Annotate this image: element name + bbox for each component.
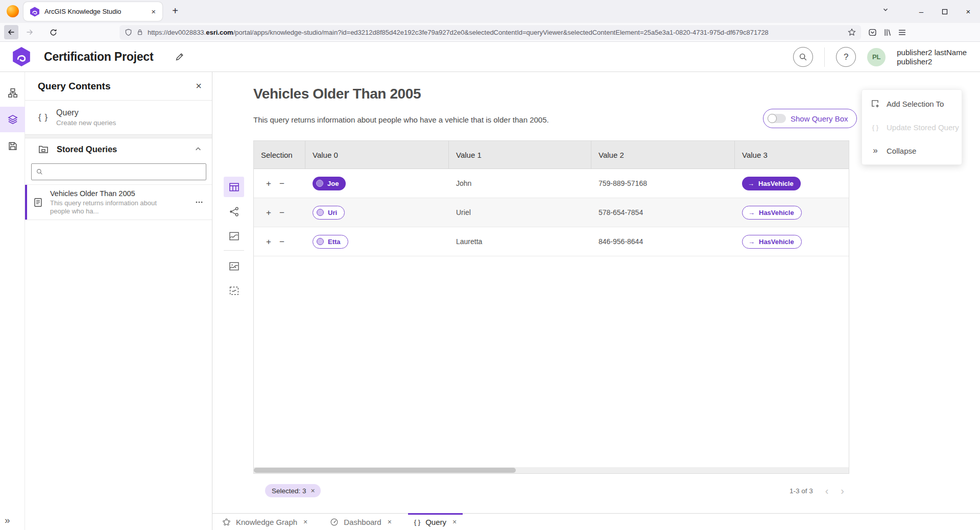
edit-title-button[interactable] [175, 52, 184, 62]
clear-selection-icon[interactable]: × [311, 487, 315, 495]
sidebar-item-save[interactable] [0, 133, 25, 159]
tab-query[interactable]: { } Query × [412, 514, 459, 530]
table-empty-area [254, 256, 849, 467]
entity-pill[interactable]: Etta [313, 235, 348, 249]
arcgis-knowledge-favicon [30, 7, 40, 17]
new-query-item[interactable]: { } Query Create new queries [25, 101, 212, 134]
table-row: + − Joe John 759-889-57168 →HasVehicle [254, 169, 849, 198]
tab-dashboard[interactable]: Dashboard × [328, 514, 394, 530]
new-tab-button[interactable]: + [169, 5, 182, 17]
app-header-right: ? PL publisher2 lastName publisher2 [793, 42, 967, 72]
tab-close-icon[interactable]: × [150, 7, 157, 16]
horizontal-scrollbar [254, 467, 849, 473]
firefox-icon[interactable] [7, 5, 19, 17]
map-view-button[interactable] [224, 226, 244, 246]
table-view-button[interactable] [224, 177, 244, 197]
lock-icon[interactable] [136, 29, 144, 36]
dashboard-gauge-icon [330, 518, 339, 526]
remove-from-selection-button[interactable]: − [279, 208, 284, 217]
page-description: This query returns information about peo… [253, 115, 549, 124]
scrollbar-thumb[interactable] [254, 468, 516, 473]
map-icon [229, 231, 240, 242]
menu-item-add-selection-to[interactable]: Add Selection To [862, 92, 962, 115]
next-page-button[interactable]: › [841, 486, 844, 496]
window-minimize-button[interactable]: – [910, 0, 933, 23]
add-to-selection-button[interactable]: + [266, 237, 271, 246]
stored-queries-header[interactable]: Stored Queries [25, 138, 212, 160]
reload-button[interactable] [46, 25, 60, 39]
add-to-selection-button[interactable]: + [266, 208, 271, 217]
toggle-knob [768, 114, 777, 123]
tab-knowledge-graph[interactable]: Knowledge Graph × [220, 514, 309, 530]
selected-count-chip[interactable]: Selected: 3 × [265, 484, 321, 497]
hierarchy-icon [8, 88, 18, 98]
panel-close-button[interactable]: × [196, 80, 202, 92]
browser-navbar: https://dev0028833.esri.com/portal/apps/… [0, 23, 980, 42]
selected-count-label: Selected: 3 [272, 487, 306, 495]
results-table: Selection Value 0 Value 1 Value 2 Value … [253, 140, 849, 474]
tab-list-chevron-icon[interactable] [882, 6, 889, 13]
library-icon[interactable] [883, 28, 892, 37]
avatar[interactable]: PL [867, 48, 886, 66]
cell-value1: Uriel [449, 198, 591, 227]
navbar-right-icons [868, 28, 906, 37]
url-domain: esri.com [206, 29, 233, 36]
entity-dot-icon [316, 180, 323, 187]
bookmark-star-icon[interactable] [848, 28, 856, 36]
window-maximize-button[interactable] [933, 0, 957, 23]
url-bar[interactable]: https://dev0028833.esri.com/portal/apps/… [119, 25, 861, 40]
search-icon [36, 168, 43, 176]
toggle-switch[interactable] [768, 114, 786, 123]
entity-pill[interactable]: Uri [313, 206, 345, 220]
user-info[interactable]: publisher2 lastName publisher2 [897, 48, 967, 66]
arrow-right-icon: → [748, 180, 754, 187]
new-map-button[interactable] [224, 256, 244, 276]
forward-button[interactable] [22, 25, 37, 39]
pocket-icon[interactable] [868, 28, 877, 37]
remove-from-selection-button[interactable]: − [279, 179, 284, 188]
browser-tab[interactable]: ArcGIS Knowledge Studio × [23, 2, 162, 21]
remove-from-selection-button[interactable]: − [279, 237, 284, 246]
search-button[interactable] [793, 47, 813, 67]
stored-query-description: This query returns information about peo… [50, 199, 195, 215]
close-tab-icon[interactable]: × [303, 518, 307, 526]
cell-value1: Lauretta [449, 227, 591, 256]
left-rail: » [0, 72, 25, 530]
shield-icon[interactable] [125, 29, 132, 36]
relationship-pill[interactable]: →HasVehicle [742, 235, 802, 249]
link-chart-view-button[interactable] [224, 201, 244, 222]
menu-item-update-stored-query: { } Update Stored Query [862, 115, 962, 139]
back-button[interactable] [4, 25, 18, 39]
chevron-up-icon[interactable] [195, 146, 202, 153]
menu-item-collapse[interactable]: » Collapse [862, 139, 962, 162]
menu-icon[interactable] [898, 28, 906, 37]
header-divider [824, 47, 825, 67]
entity-pill[interactable]: Joe [313, 177, 346, 190]
add-selection-icon [871, 99, 880, 108]
user-name: publisher2 lastName [897, 48, 967, 57]
relationship-pill[interactable]: →HasVehicle [742, 206, 802, 220]
braces-icon: { } [38, 112, 48, 123]
close-tab-icon[interactable]: × [388, 518, 392, 526]
selection-tool-button[interactable] [224, 280, 244, 301]
url-text[interactable]: https://dev0028833.esri.com/portal/apps/… [148, 29, 844, 36]
double-chevron-right-icon: » [871, 146, 880, 156]
help-button[interactable]: ? [836, 47, 856, 67]
selected-indicator [25, 185, 27, 220]
show-query-box-toggle[interactable]: Show Query Box [763, 109, 857, 128]
stored-query-item[interactable]: Vehicles Older Than 2005 This query retu… [25, 184, 212, 220]
expand-panel-button[interactable]: » [5, 515, 10, 526]
relationship-pill[interactable]: →HasVehicle [742, 177, 801, 190]
previous-page-button[interactable]: ‹ [825, 486, 829, 496]
cell-value2: 578-654-7854 [591, 198, 735, 227]
item-options-icon[interactable] [195, 198, 204, 207]
close-tab-icon[interactable]: × [452, 518, 457, 526]
new-query-title: Query [56, 108, 116, 117]
selection-box-icon [229, 285, 240, 296]
knowledge-graph-icon [222, 518, 231, 526]
window-close-button[interactable]: × [957, 0, 980, 23]
stored-queries-search-input[interactable] [46, 168, 202, 176]
add-to-selection-button[interactable]: + [266, 179, 271, 188]
sidebar-item-hierarchy[interactable] [0, 80, 25, 106]
sidebar-item-contents[interactable] [0, 107, 25, 132]
